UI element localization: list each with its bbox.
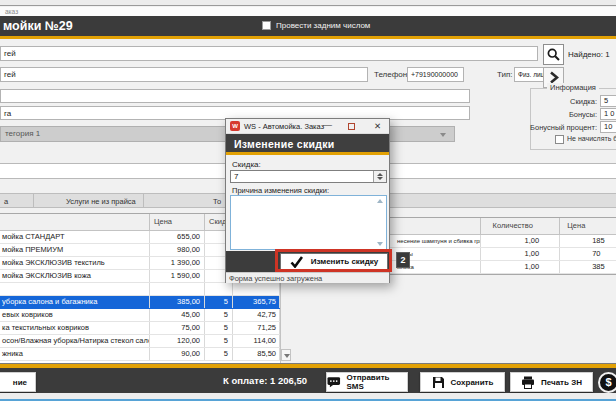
service-discount: 5 <box>205 348 233 360</box>
bottom-panel-edge <box>0 399 616 405</box>
service-total: 114,00 <box>233 335 280 347</box>
minimize-button[interactable]: — <box>323 120 332 130</box>
service-price: 75,00 <box>150 322 205 334</box>
page-header: мойки №29 Провести задним числом <box>0 16 616 36</box>
discount-spinbox[interactable]: 7 <box>230 170 387 183</box>
spinner-buttons[interactable] <box>373 171 386 182</box>
save-button[interactable]: Сохранить <box>420 372 505 392</box>
client-extra-input[interactable] <box>0 89 470 103</box>
bonus-percent-field[interactable]: 10 <box>600 121 616 133</box>
service-name: уборка салона и багажника <box>0 296 150 308</box>
reason-textarea[interactable] <box>230 195 387 250</box>
service-discount: 5 <box>205 335 233 347</box>
apply-discount-button[interactable]: Изменить скидку <box>280 253 388 270</box>
service-price: 980,00 <box>150 244 205 256</box>
arrow-up-icon <box>377 173 383 176</box>
bonus-label: Бонусы: <box>529 110 597 119</box>
app-window: аказ мойки №29 Провести задним числом ге… <box>0 0 616 405</box>
dialog-title: WS - Автомойка. Заказ <box>244 122 324 131</box>
category-value: тегория 1 <box>5 129 40 138</box>
service-discount: 5 <box>205 322 233 334</box>
client-name-input[interactable]: гей <box>0 46 538 61</box>
no-bonus-checkbox[interactable] <box>555 135 564 144</box>
reason-label: Причина изменения скидки: <box>232 186 329 195</box>
service-price: 1 390,00 <box>150 257 205 269</box>
page-title: мойки №29 <box>3 16 73 36</box>
bonus-field[interactable]: 1 0 <box>600 108 616 120</box>
client-type-label: Тип: <box>497 70 513 79</box>
header-accent-line <box>0 36 616 39</box>
scroll-down-button[interactable] <box>281 349 291 361</box>
service-name: мойка СТАНДАРТ <box>0 231 150 243</box>
col-price-header: Цена <box>560 218 616 234</box>
order-item-price: 70 <box>560 248 616 260</box>
bonus-percent-label: Бонусный процент: <box>529 123 597 132</box>
order-item-price: 385 <box>560 261 616 273</box>
service-name: жника <box>0 348 150 360</box>
dialog-header: Изменение скидки <box>226 134 389 152</box>
service-name: ка текстильных ковриков <box>0 322 150 334</box>
service-price: 655,00 <box>150 231 205 243</box>
save-label: Сохранить <box>451 378 494 387</box>
sms-icon <box>327 376 341 388</box>
footer-left-button[interactable]: ние <box>0 372 36 392</box>
dollar-icon: $ <box>605 376 611 388</box>
col-name-header <box>0 214 150 230</box>
info-group-title: Информация <box>547 83 599 92</box>
col-price-header: Цена <box>150 214 205 230</box>
table-row[interactable]: ка текстильных ковриков 75,00 5 71,25 <box>0 322 291 335</box>
dialog-accent-line <box>226 152 389 155</box>
dialog-header-title: Изменение скидки <box>234 138 335 150</box>
maximize-button[interactable] <box>348 123 355 130</box>
send-sms-label: Отправить SMS <box>347 373 407 391</box>
client-name2-input[interactable]: гей <box>0 67 368 82</box>
service-name: евых ковриков <box>0 309 150 321</box>
tab-price-services[interactable]: а <box>4 197 8 206</box>
backdate-checkbox[interactable]: Провести задним числом <box>262 21 370 30</box>
window-title-fragment: аказ <box>0 7 616 16</box>
order-item-price: 185 <box>560 235 616 247</box>
order-item-qty: 1,00 <box>481 248 561 260</box>
phone-input[interactable]: +79190000000 <box>407 67 464 82</box>
arrow-down-icon <box>284 354 290 358</box>
service-price: 45,00 <box>150 309 205 321</box>
pay-button[interactable]: $ <box>598 372 616 393</box>
service-total: 85,50 <box>233 348 280 360</box>
discount-dialog: W WS - Автомойка. Заказ — ✕ Изменение ск… <box>225 118 390 283</box>
phone-label: Телефон: <box>374 70 409 79</box>
table-row[interactable]: евых ковриков 45,00 5 42,75 <box>0 309 291 322</box>
table-row[interactable]: жника 90,00 5 85,50 <box>0 348 291 361</box>
checkbox-icon[interactable] <box>262 21 271 30</box>
print-order-button[interactable]: Печать ЗН <box>510 372 593 392</box>
discount-field[interactable]: 5 <box>600 95 616 107</box>
printer-icon <box>521 376 535 389</box>
service-price: 1 590,00 <box>150 270 205 282</box>
tab-divider <box>143 194 144 207</box>
service-total: 71,25 <box>233 322 280 334</box>
table-row[interactable]: осон/Влажная уборка/Натирка стекол салон… <box>0 335 291 348</box>
print-order-label: Печать ЗН <box>541 378 582 387</box>
service-price: 90,00 <box>150 348 205 360</box>
search-button[interactable] <box>543 44 564 65</box>
total-due-label: К оплате: 1 206,50 <box>180 375 307 386</box>
backdate-label: Провести задним числом <box>276 21 370 30</box>
tab-non-price-services[interactable]: Услуги не из прайса <box>66 197 136 206</box>
discount-label: Скидка: <box>529 97 597 106</box>
service-price: 120,00 <box>150 335 205 347</box>
send-sms-button[interactable]: Отправить SMS <box>326 372 408 392</box>
dialog-titlebar[interactable]: W WS - Автомойка. Заказ — ✕ <box>226 119 389 134</box>
table-row[interactable] <box>0 283 291 296</box>
checkmark-icon <box>290 256 303 268</box>
tab-divider <box>33 194 34 207</box>
dialog-discount-label: Скидка: <box>232 160 261 169</box>
tab-goods[interactable]: То <box>213 197 221 206</box>
service-discount: 5 <box>205 309 233 321</box>
service-total: 365,75 <box>233 296 280 308</box>
arrow-up-icon <box>377 199 383 203</box>
table-row-selected[interactable]: уборка салона и багажника 385,00 5 365,7… <box>0 296 291 309</box>
close-icon[interactable]: ✕ <box>374 121 381 131</box>
service-total <box>233 283 280 295</box>
service-price: 385,00 <box>150 296 205 308</box>
col-qty-header: Количество <box>481 218 561 234</box>
chevron-down-icon <box>440 133 446 137</box>
